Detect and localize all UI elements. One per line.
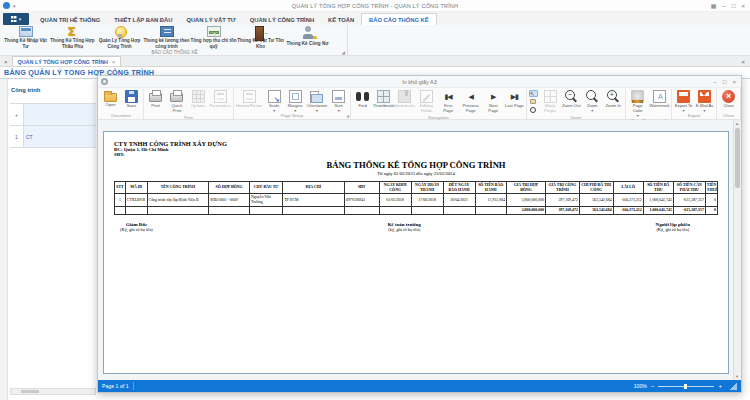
resize-grip-icon[interactable] [730, 383, 737, 390]
toolbar-button-label: Zoom In [606, 104, 621, 109]
total-cell: 563,542,684 [579, 207, 613, 215]
background-grid[interactable]: +1CT [10, 103, 96, 148]
document-tab-label: QUẢN LÝ TỔNG HỢP CÔNG TRÌNH [18, 59, 108, 65]
close-tab-icon[interactable]: × [112, 59, 115, 65]
quick-print-button[interactable]: Quick Print [166, 89, 188, 114]
scrollbar-thumb[interactable] [735, 128, 740, 188]
report-title: BẢNG THỐNG KÊ TỔNG HỢP CÔNG TRÌNH [114, 160, 718, 170]
toolbar-button-label: Close [723, 104, 734, 109]
document-tab-active[interactable]: QUẢN LÝ TỔNG HỢP CÔNG TRÌNH × [12, 56, 122, 66]
close-button[interactable]: Close [718, 89, 739, 109]
total-cell [125, 207, 147, 215]
zoom-in-button[interactable]: + [718, 382, 722, 390]
table-cell: 397,169,472 [546, 194, 580, 207]
thong-ke-nhap-vat-tu-button[interactable]: Thống Kê Nhập Vật Tư [2, 25, 49, 49]
bulb-icon [113, 26, 127, 37]
total-cell: 1,000,641,745 [643, 207, 673, 215]
close-tab-left-icon[interactable]: × [0, 59, 12, 66]
ribbon-button-label: Quản Lý Tổng Hợp Công Trình [96, 38, 143, 49]
app-menu-button[interactable]: ▾ [3, 13, 29, 25]
background-grid-row[interactable]: + [10, 104, 96, 126]
thumbnails-button[interactable]: Thumbnails [373, 89, 394, 109]
preview-minimize-button[interactable]: − [713, 77, 717, 87]
editing-fields-icon [420, 90, 433, 103]
margins-button[interactable]: Margins▾ [285, 89, 306, 112]
mouse-pointer-button[interactable] [529, 90, 538, 97]
toolbar-button-label: Bookmarks [394, 104, 415, 109]
background-grid-row[interactable]: 1CT [10, 126, 96, 148]
orientation-button[interactable]: Orientation▾ [306, 89, 328, 112]
watermark-icon [653, 90, 666, 103]
style-selector-icon[interactable]: ▦ [711, 1, 717, 11]
toolbar-group-close: CloseClose [717, 89, 741, 119]
zoom-slider-thumb[interactable] [684, 384, 687, 389]
table-cell: 20/04/2021 [443, 194, 475, 207]
close-button[interactable]: × [741, 1, 745, 11]
e-mail-as-button[interactable]: E-Mail As▾ [694, 89, 715, 112]
minimize-button[interactable]: − [722, 1, 726, 11]
print-icon [149, 90, 162, 103]
find-button[interactable]: Find [352, 89, 373, 109]
zoom-button[interactable]: Zoom▾ [582, 89, 603, 112]
left-collapsed-panel[interactable] [0, 79, 8, 400]
print-button[interactable]: Print [145, 89, 166, 109]
thong-ke-vat-tu-ton-kho-button[interactable]: Thống Kê Vật Tư Tồn Kho [237, 25, 284, 49]
zoom-slider[interactable] [658, 386, 714, 387]
ribbon-tab-quan-ly-vat-tu[interactable]: QUẢN LÝ VẬT TƯ [179, 14, 242, 25]
table-cell: 2,800,000,000 [506, 194, 545, 207]
report-company-block: CTY TNHH CÔNG TRÌNH XÂY DỰNG ĐC: Quận 1,… [114, 140, 718, 157]
toolbar-button-label: Next Page [484, 104, 503, 114]
close-tabstrip-icon[interactable]: × [736, 59, 750, 66]
tool-mode-stack [528, 89, 540, 113]
previous-page-button[interactable]: Previous Page [459, 89, 483, 114]
toolbar-button-label: Parameters [209, 104, 231, 109]
header-footer-button: Header/Footer [235, 89, 264, 109]
column-header: TIỀN THUẾ [705, 182, 717, 194]
zoom-icon [586, 90, 599, 103]
thong-ke-cong-no-button[interactable]: Thống Kê Công Nợ [284, 25, 331, 49]
report-table: STTMÃ IDTÊN CÔNG TRÌNHSỐ HỢP ĐỒNGCHỦ ĐẦU… [114, 181, 718, 215]
total-cell [209, 207, 250, 215]
thong-ke-luong-theo-cong-trinh-button[interactable]: Thống kê lương theo công trình [143, 25, 190, 49]
toolbar-button-label: First Page [439, 104, 458, 114]
dialog-launcher-icon[interactable]: ◢ [342, 50, 345, 55]
column-header: ĐỊA CHỈ [283, 182, 345, 194]
quan-ly-tong-hop-cong-trinh-button[interactable]: Quản Lý Tổng Hợp Công Trình [96, 25, 143, 49]
zoom-out-button[interactable]: − [651, 382, 655, 390]
hand-tool-button[interactable] [529, 98, 538, 105]
ribbon-tab-ke-toan[interactable]: KẾ TOÁN [321, 14, 361, 25]
mini-zoom-button[interactable] [529, 106, 538, 113]
zoom-in-button[interactable]: Zoom In [603, 89, 624, 109]
background-horizontal-scrollbar[interactable] [10, 388, 96, 395]
previous-page-icon [464, 90, 477, 103]
first-page-button[interactable]: First Page [438, 89, 459, 114]
open-button[interactable]: Open [100, 89, 121, 108]
preview-vertical-scrollbar[interactable] [733, 120, 741, 380]
save-button[interactable]: Save [121, 89, 142, 109]
tong-hop-thu-chi-ton-quy-button[interactable]: Tổng hợp thu chi tồn quỹ [190, 25, 237, 49]
total-cell [283, 207, 345, 215]
maximize-button[interactable]: □ [732, 1, 736, 11]
ribbon-tab-bao-cao-thong-ke[interactable]: BÁO CÁO THỐNG KÊ [361, 13, 437, 25]
watermark-button[interactable]: Watermark [649, 89, 670, 109]
thong-ke-tong-hop-thau-phu-button[interactable]: Thống Kê Tổng Hợp Thầu Phụ [49, 25, 96, 49]
last-page-button[interactable]: Last Page [504, 89, 525, 109]
ribbon-tab-quan-tri-he-thong[interactable]: QUẢN TRỊ HỆ THỐNG [33, 14, 107, 25]
email-icon [698, 90, 711, 103]
preview-maximize-button[interactable]: □ [723, 77, 727, 87]
preview-close-button[interactable]: × [732, 77, 736, 87]
workspace: Công trình +1CT In khổ giấy A3 − □ × Ope… [0, 79, 750, 400]
zoom-out-button[interactable]: Zoom Out [561, 89, 582, 109]
toolbar-group-zoom: Many PagesZoom OutZoom▾Zoom InZoom [527, 89, 626, 119]
sigma-icon [66, 26, 80, 37]
dialog-launcher-icon[interactable]: ◢ [346, 113, 349, 118]
size-button[interactable]: Size▾ [328, 89, 349, 112]
next-page-button[interactable]: Next Page [483, 89, 504, 114]
last-page-icon [508, 90, 521, 103]
ribbon-tab-thiet-lap-ban-au[interactable]: THIẾT LẬP BAN ĐẦU [107, 14, 179, 25]
scale-button[interactable]: Scale▾ [264, 89, 285, 112]
ribbon-tab-quan-ly-cong-trinh[interactable]: QUẢN LÝ CÔNG TRÌNH [243, 14, 321, 25]
page-color-button[interactable]: Page Color▾ [627, 89, 649, 117]
export-to-button[interactable]: Export To▾ [673, 89, 694, 112]
table-cell: -615,387,357 [673, 194, 705, 207]
